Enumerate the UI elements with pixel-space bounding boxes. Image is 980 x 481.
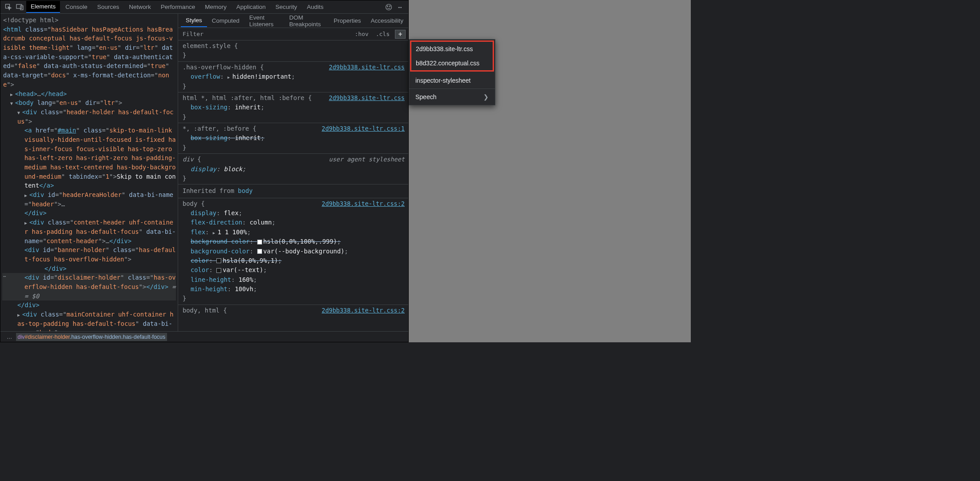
- styles-sub-tabs: Styles Computed Event Listeners DOM Brea…: [178, 14, 408, 28]
- banner-close[interactable]: </div>: [2, 264, 176, 273]
- color-swatch-icon[interactable]: [257, 240, 262, 245]
- styles-filter-bar: :hov .cls +: [178, 28, 408, 40]
- source-link[interactable]: 2d9bb338.site-ltr.css:2: [322, 199, 405, 208]
- disclaimer-holder-div[interactable]: ⋯<div id="disclaimer-holder" class="has-…: [2, 273, 176, 301]
- body-element[interactable]: ▼<body lang="en-us" dir="ltr">: [2, 98, 176, 108]
- styles-filter-input[interactable]: [178, 29, 351, 39]
- dom-tree[interactable]: <!doctype html> <html class="hasSidebar …: [0, 14, 178, 331]
- cls-toggle[interactable]: .cls: [372, 31, 393, 37]
- rule-body[interactable]: 2d9bb338.site-ltr.css:2 body { display: …: [178, 198, 408, 305]
- content-header-div[interactable]: ▶<div class="content-header uhf-containe…: [2, 218, 176, 245]
- context-menu: 2d9bb338.site-ltr.css b8d322.conceptual.…: [409, 39, 495, 105]
- svg-rect-1: [16, 4, 22, 8]
- inspect-icon[interactable]: [3, 2, 14, 12]
- crumb-selected[interactable]: div#disclaimer-holder.has-overflow-hidde…: [16, 333, 167, 341]
- head-element[interactable]: ▶<head>…</head>: [2, 89, 176, 99]
- inherited-from-body: Inherited from body: [178, 184, 408, 198]
- feedback-icon[interactable]: [383, 2, 394, 12]
- tab-console[interactable]: Console: [61, 1, 92, 12]
- source-link[interactable]: 2d9bb338.site-ltr.css:1: [322, 124, 405, 133]
- style-rules: element.style { } 2d9bb338.site-ltr.css …: [178, 40, 408, 331]
- gutter-dots-icon: ⋯: [3, 273, 7, 281]
- main-tab-bar: Elements Console Sources Network Perform…: [0, 0, 408, 14]
- color-swatch-icon[interactable]: [257, 249, 262, 254]
- header-holder-div[interactable]: ▼<div class="header-holder has-default-f…: [2, 108, 176, 126]
- tab-memory[interactable]: Memory: [200, 1, 231, 12]
- skip-link[interactable]: <a href="#main" class="skip-to-main-link…: [2, 126, 176, 190]
- rule-element-style[interactable]: element.style { }: [178, 40, 408, 62]
- source-link[interactable]: 2d9bb338.site-ltr.css: [329, 93, 405, 103]
- rule-body-html[interactable]: 2d9bb338.site-ltr.css:2 body, html {: [178, 305, 408, 316]
- source-link[interactable]: 2d9bb338.site-ltr.css:2: [322, 306, 405, 315]
- tab-performance[interactable]: Performance: [156, 1, 199, 12]
- doctype: <!doctype html>: [3, 16, 59, 24]
- source-link[interactable]: 2d9bb338.site-ltr.css: [329, 63, 405, 72]
- menu-item-css1[interactable]: 2d9bb338.site-ltr.css: [411, 42, 493, 56]
- tab-sources[interactable]: Sources: [93, 1, 124, 12]
- header-area-div[interactable]: ▶<div id="headerAreaHolder" data-bi-name…: [2, 190, 176, 218]
- new-style-rule-button[interactable]: +: [395, 30, 406, 39]
- rule-star[interactable]: 2d9bb338.site-ltr.css:1 *, :after, :befo…: [178, 123, 408, 154]
- highlighted-css-files: 2d9bb338.site-ltr.css b8d322.conceptual.…: [410, 40, 494, 72]
- tab-network[interactable]: Network: [124, 1, 155, 12]
- tab-properties[interactable]: Properties: [329, 15, 366, 27]
- chevron-right-icon: ❯: [483, 93, 489, 100]
- menu-item-inspector-stylesheet[interactable]: inspector-stylesheet: [409, 72, 495, 89]
- tab-elements[interactable]: Elements: [26, 1, 60, 13]
- breadcrumb[interactable]: … div#disclaimer-holder.has-overflow-hid…: [0, 331, 408, 342]
- menu-item-css2[interactable]: b8d322.conceptual.css: [411, 56, 493, 70]
- svg-point-4: [387, 6, 388, 7]
- main-container-div[interactable]: ▶<div class="mainContainer uhf-container…: [2, 310, 176, 331]
- tab-application[interactable]: Application: [232, 1, 270, 12]
- more-icon[interactable]: ⋯: [395, 2, 406, 12]
- tab-computed[interactable]: Computed: [207, 15, 244, 27]
- svg-point-5: [390, 6, 390, 7]
- menu-item-speech[interactable]: Speech❯: [409, 89, 495, 105]
- tab-audits[interactable]: Audits: [303, 1, 328, 12]
- svg-point-3: [386, 4, 392, 10]
- rule-overflow-hidden[interactable]: 2d9bb338.site-ltr.css .has-overflow-hidd…: [178, 62, 408, 92]
- tab-styles[interactable]: Styles: [181, 14, 207, 27]
- rule-div-ua[interactable]: user agent stylesheet div { display: blo…: [178, 154, 408, 184]
- hov-toggle[interactable]: :hov: [351, 31, 372, 37]
- color-swatch-icon[interactable]: [216, 268, 221, 273]
- tab-security[interactable]: Security: [271, 1, 302, 12]
- rule-html-star[interactable]: 2d9bb338.site-ltr.css html *, html :afte…: [178, 92, 408, 123]
- color-swatch-icon[interactable]: [216, 258, 221, 263]
- banner-holder-div[interactable]: <div id="banner-holder" class="has-defau…: [2, 245, 176, 264]
- crumb-more[interactable]: …: [3, 334, 16, 340]
- source-ua: user agent stylesheet: [329, 155, 405, 164]
- tab-accessibility[interactable]: Accessibility: [366, 15, 408, 27]
- outside-area: 2d9bb338.site-ltr.css b8d322.conceptual.…: [409, 0, 691, 342]
- device-toggle-icon[interactable]: [15, 2, 25, 12]
- html-element[interactable]: <html class="hasSidebar hasPageActions h…: [2, 25, 176, 89]
- header-holder-close[interactable]: </div>: [2, 301, 176, 310]
